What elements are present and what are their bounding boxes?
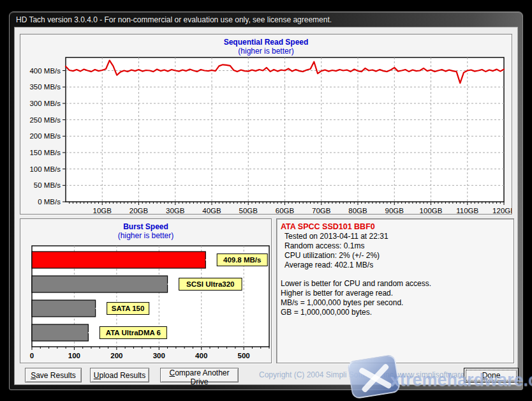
svg-text:70GB: 70GB (312, 207, 331, 214)
svg-text:150 MB/s: 150 MB/s (29, 149, 61, 156)
svg-text:20GB: 20GB (129, 207, 149, 214)
spacer (281, 270, 510, 279)
svg-text:100GB: 100GB (420, 207, 443, 214)
svg-text:80GB: 80GB (348, 207, 367, 214)
svg-text:SCSI Ultra320: SCSI Ultra320 (186, 280, 234, 288)
svg-text:30GB: 30GB (166, 207, 185, 214)
svg-text:250 MB/s: 250 MB/s (29, 116, 61, 124)
svg-text:400: 400 (195, 352, 207, 359)
tested-on-line: Tested on 2013-04-11 at 22:31 (281, 232, 510, 241)
svg-text:40GB: 40GB (202, 207, 221, 214)
drive-name: ATA SPCC SSD101 BBF0 (281, 222, 510, 232)
upload-results-label: Upload Results (91, 371, 149, 380)
svg-text:120GB: 120GB (492, 207, 512, 214)
note-line-3: MB/s = 1,000,000 bytes per second. (281, 298, 510, 308)
svg-text:300: 300 (153, 352, 165, 359)
burst-speed-chart: 0100200300400500409.8 MB/sSCSI Ultra320S… (20, 219, 271, 363)
svg-text:100: 100 (68, 352, 80, 359)
sequential-read-panel: Sequential Read Speed (higher is better)… (20, 34, 512, 215)
svg-text:50GB: 50GB (239, 207, 258, 214)
svg-text:ATA UltraDMA 6: ATA UltraDMA 6 (106, 329, 161, 337)
window-title: HD Tach version 3.0.4.0 - For non-commer… (16, 15, 332, 24)
compare-another-drive-label: Compare Another Drive (161, 368, 238, 386)
hdtach-window: HD Tach version 3.0.4.0 - For non-commer… (9, 11, 523, 390)
save-results-button[interactable]: Save Results (25, 368, 82, 382)
svg-text:SATA 150: SATA 150 (112, 305, 145, 312)
svg-text:300 MB/s: 300 MB/s (29, 100, 61, 107)
svg-text:10GB: 10GB (93, 207, 112, 214)
sequential-read-chart: 0 MB/s50 MB/s100 MB/s150 MB/s200 MB/s250… (20, 34, 512, 214)
svg-text:50 MB/s: 50 MB/s (34, 181, 61, 189)
random-access-line: Random access: 0.1ms (281, 241, 510, 251)
title-bar[interactable]: HD Tach version 3.0.4.0 - For non-commer… (10, 12, 522, 27)
svg-text:0 MB/s: 0 MB/s (38, 198, 61, 206)
upload-results-button[interactable]: Upload Results (90, 368, 149, 382)
done-button[interactable]: Done (464, 368, 519, 382)
done-label: Done (464, 371, 518, 380)
svg-text:200 MB/s: 200 MB/s (29, 132, 61, 140)
svg-text:500: 500 (238, 352, 250, 359)
note-line-4: GB = 1,000,000,000 bytes. (281, 308, 510, 317)
drive-info-panel: ATA SPCC SSD101 BBF0 Tested on 2013-04-1… (276, 218, 514, 363)
svg-text:350 MB/s: 350 MB/s (29, 83, 61, 91)
burst-speed-panel: Burst Speed (higher is better) 010020030… (20, 218, 272, 363)
save-results-label: Save Results (26, 371, 81, 380)
svg-text:60GB: 60GB (276, 207, 295, 214)
svg-text:0: 0 (30, 352, 34, 359)
svg-text:400 MB/s: 400 MB/s (29, 67, 61, 75)
average-read-line: Average read: 402.1 MB/s (281, 261, 510, 270)
cpu-utilization-line: CPU utilization: 2% (+/- 2%) (281, 251, 510, 261)
svg-text:409.8 MB/s: 409.8 MB/s (223, 256, 261, 264)
note-line-2: Higher is better for average read. (281, 289, 510, 298)
client-area: Sequential Read Speed (higher is better)… (15, 27, 517, 384)
svg-text:200: 200 (110, 352, 122, 359)
svg-text:90GB: 90GB (385, 207, 404, 214)
svg-text:110GB: 110GB (456, 207, 478, 214)
compare-another-drive-button[interactable]: Compare Another Drive (160, 368, 239, 382)
desktop-background: HD Tach version 3.0.4.0 - For non-commer… (0, 0, 532, 401)
copyright-text: Copyright (C) 2004 Simpli Software, Inc.… (259, 370, 463, 379)
svg-text:100 MB/s: 100 MB/s (29, 165, 61, 173)
note-line-1: Lower is better for CPU and random acces… (281, 279, 510, 289)
